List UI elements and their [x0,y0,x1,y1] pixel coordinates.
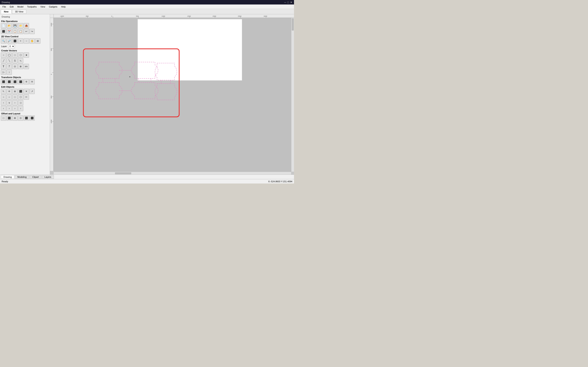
open-btn[interactable]: 📂 [7,23,12,28]
zoom-out-btn[interactable]: − [24,38,29,44]
tab-clipart[interactable]: Clipart [30,175,42,179]
arc-btn[interactable]: ⊙ [12,64,17,69]
text2-btn[interactable]: T [7,64,12,69]
svg-text:1500: 1500 [187,15,191,17]
tab-layers[interactable]: Layers [42,175,54,179]
cut-btn[interactable]: ✂️ [7,29,12,34]
scale-btn[interactable]: ⬛ [7,79,12,84]
menu-gadgets[interactable]: Gadgets [47,5,59,8]
arrow-btn[interactable]: ▷ [1,69,6,75]
ellipse-btn[interactable]: ◯ [7,52,12,58]
zoom-extents-btn[interactable]: 🔍 [1,38,6,44]
zoom-page-btn[interactable]: ⬛ [12,38,17,44]
scale2-btn[interactable]: ⬛ [12,79,17,84]
redo-btn[interactable]: ↪ [29,29,35,34]
scrollbar-bottom[interactable] [54,172,291,175]
undo-btn[interactable]: ↩ [24,29,29,34]
spiral-btn[interactable]: ∿ [18,58,23,63]
zoom-selection-btn[interactable]: 🔎 [7,38,12,44]
circle-btn[interactable]: ○ [1,52,6,58]
new-file-btn[interactable]: 📄 [1,23,6,28]
select-btn[interactable]: ↖ [1,89,6,94]
rotate-btn[interactable]: ⬛ [18,79,23,84]
tile-btn[interactable]: ⬛ [24,115,29,121]
menu-toolpaths[interactable]: Toolpaths [26,5,38,8]
intersect-btn[interactable]: › [7,106,12,111]
canvas-area[interactable]: -1000 -500 0 500 1000 1500 2000 2500 300… [50,14,294,175]
chamfer-btn[interactable]: ○ [7,94,12,100]
dim-btn[interactable]: ⊕ [18,64,23,69]
ungroup-btn[interactable]: ⬛ [18,89,23,94]
ruler-left: 1000 500 0 -500 -1000 [50,18,54,171]
copy-btn[interactable]: 📋 [12,29,17,34]
spline-btn[interactable]: S [12,58,17,63]
star-btn[interactable]: ★ [24,52,29,58]
menu-help[interactable]: Help [60,5,67,8]
distribute-btn[interactable]: ⊕ [12,115,17,121]
subtract-btn[interactable]: › [12,106,17,111]
svg-text:2500: 2500 [238,15,242,17]
mirror-btn[interactable]: ✛ [24,79,29,84]
sidebar: Drawing File Operations 📄 📂 💾 📁 📤 ⬛ ✂️ 📋… [0,14,50,175]
wrap-btn[interactable]: ⬛ [29,115,35,121]
join-btn[interactable]: ‹ [1,100,6,105]
scroll-thumb-vertical[interactable] [292,18,294,31]
menu-file[interactable]: File [1,5,8,8]
ruler-top: -1000 -500 0 500 1000 1500 2000 2500 300… [54,14,294,18]
close-btn[interactable]: ∨ [7,100,12,105]
import-btn[interactable]: ⬛ [1,29,6,34]
menu-edit[interactable]: Edit [8,5,15,8]
polygon-btn[interactable]: ⬡ [18,52,23,58]
paste-btn[interactable]: 📋 [18,29,23,34]
leader-btn[interactable]: ↕ [7,69,12,75]
tab-drawing[interactable]: Drawing [1,175,14,179]
main-layout: Drawing File Operations 📄 📂 💾 📁 📤 ⬛ ✂️ 📋… [0,14,294,175]
open-folder-btn[interactable]: 📁 [18,23,23,28]
svg-text:-500: -500 [85,15,89,17]
trim-btn[interactable]: ⬡ [18,94,23,100]
maximize-button[interactable]: □ [287,1,289,4]
canvas-viewport[interactable] [54,18,291,172]
smooth-btn[interactable]: › [12,100,17,105]
extend-btn[interactable]: □ [12,94,17,100]
move-btn[interactable]: ⬛ [1,79,6,84]
fillet-btn[interactable]: ○ [1,94,6,100]
nest-btn[interactable]: ⊙ [18,115,23,121]
pan-btn[interactable]: ✋ [29,38,35,44]
title-bar-controls[interactable]: ─ □ ✕ [284,1,292,4]
line-btn[interactable]: ╱ [1,58,6,63]
tab-3dview[interactable]: 3D View [12,9,26,14]
menu-view[interactable]: View [39,5,47,8]
weld-btn[interactable]: ◇ [18,100,23,105]
zoom-in-btn[interactable]: + [18,38,23,44]
menu-model[interactable]: Model [16,5,25,8]
save-btn[interactable]: 💾 [12,23,17,28]
abc-btn[interactable]: abc [24,64,29,69]
offset-btn[interactable]: □ [1,115,6,121]
section-offset: Offset and Layout [1,112,49,115]
align-btn[interactable]: ✛ [29,79,35,84]
minimize-button[interactable]: ─ [284,1,286,4]
title-bar: Drawing ─ □ ✕ [0,0,294,4]
svg-text:2000: 2000 [213,15,216,17]
view-all-btn[interactable]: ⊞ [35,38,40,44]
text-btn[interactable]: T [1,64,6,69]
union-btn[interactable]: ‹ [1,106,6,111]
rect-btn[interactable]: □ [12,52,17,58]
close-button[interactable]: ✕ [290,1,292,4]
knife-btn[interactable]: ↗ [29,89,35,94]
svg-text:500: 500 [51,48,52,51]
array-btn[interactable]: ⬛ [7,115,12,121]
group-btn[interactable]: ⊕ [12,89,17,94]
node-btn[interactable]: ✛ [7,89,12,94]
xor-btn[interactable]: › [18,106,23,111]
scroll-thumb-horizontal[interactable] [115,172,131,174]
tab-modeling[interactable]: Modeling [15,175,29,179]
delete-btn[interactable]: ✕ [24,89,29,94]
scissors-btn[interactable]: ✂ [24,94,29,100]
bezier-btn[interactable]: ╲ [7,58,12,63]
export-btn[interactable]: 📤 [24,23,29,28]
tab-new[interactable]: New [1,9,12,14]
layer-select[interactable]: 0 [8,44,15,48]
scrollbar-right[interactable] [291,18,294,172]
